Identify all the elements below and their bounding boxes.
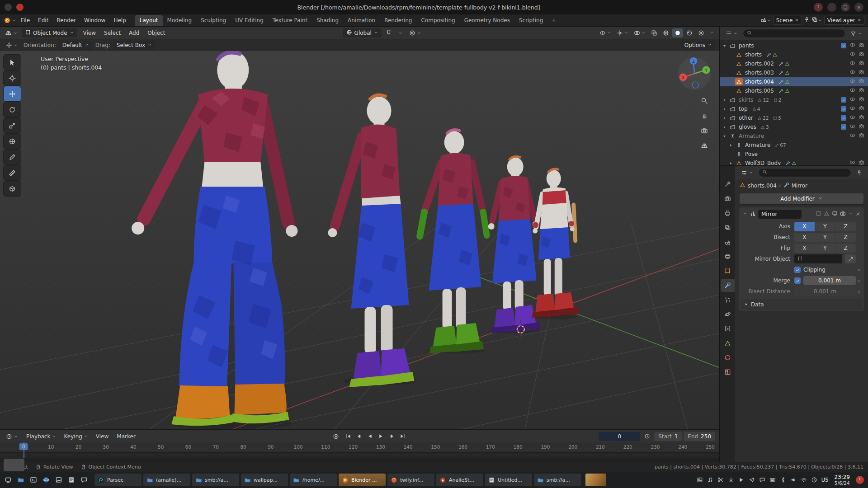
properties-tab-scene[interactable] (721, 235, 735, 249)
timeline-scrollbar[interactable] (0, 458, 719, 462)
keyboard-layout-indicator[interactable]: US (821, 477, 829, 483)
hide-in-viewport-icon[interactable] (849, 87, 855, 94)
proportional-editing-toggle[interactable] (407, 28, 424, 38)
hide-in-viewport-icon[interactable] (849, 132, 855, 140)
outliner-row-wolf3d-body[interactable]: Wolf3D_Body (720, 159, 868, 165)
timeline-editor-dropdown[interactable] (4, 432, 20, 441)
tool-select-box-button[interactable] (4, 55, 21, 70)
viewlayer-icon[interactable] (811, 16, 818, 23)
scene-browse-button[interactable] (760, 16, 771, 24)
tray-network-icon[interactable] (801, 477, 807, 483)
breadcrumb-modifier[interactable]: Mirror (792, 183, 807, 189)
breadcrumb-object[interactable]: shorts.004 (748, 183, 777, 189)
expander-icon[interactable] (722, 107, 727, 111)
quick-launch-image-viewer[interactable] (53, 474, 65, 486)
hide-in-viewport-icon[interactable] (849, 60, 855, 67)
disable-in-render-icon[interactable] (859, 105, 864, 113)
viewport-canvas[interactable]: User Perspective (0) pants | shorts.004 (0, 51, 719, 429)
tool-annotate-button[interactable] (4, 150, 21, 164)
tray-download-icon[interactable] (728, 477, 734, 483)
shading-dropdown[interactable] (708, 29, 716, 36)
properties-tab-view-layer[interactable] (721, 221, 735, 234)
task-button-1[interactable]: (amalie)... (143, 474, 190, 486)
workspace-tab-layout[interactable]: Layout (135, 15, 163, 26)
show-object-types-dropdown[interactable] (597, 28, 613, 38)
minimize-button[interactable]: – (827, 3, 836, 12)
axis-z-button[interactable]: Z (835, 222, 856, 231)
skip-end-button[interactable] (397, 432, 408, 441)
pan-hand-button[interactable] (701, 112, 708, 121)
clock[interactable]: 23:29 5/6/24 (834, 474, 850, 486)
tray-scissors-icon[interactable] (717, 477, 724, 483)
expander-icon[interactable] (728, 161, 734, 165)
current-frame-field[interactable]: 0 (599, 432, 640, 441)
key-prev-button[interactable] (354, 432, 364, 441)
properties-tab-object[interactable] (721, 264, 735, 277)
toggle-realtime-icon[interactable] (832, 211, 838, 218)
disable-in-render-icon[interactable] (859, 42, 864, 49)
mode-dropdown[interactable]: Object Mode (22, 28, 77, 38)
blender-menu-chevron-icon[interactable] (12, 18, 16, 23)
hide-in-viewport-icon[interactable] (849, 78, 855, 85)
outliner-editor-dropdown[interactable] (723, 29, 740, 38)
properties-search-input[interactable] (758, 168, 851, 177)
tray-keyboard-icon[interactable] (769, 477, 776, 483)
toggle-xray-button[interactable] (649, 28, 660, 38)
disable-in-render-icon[interactable] (859, 60, 864, 67)
quick-launch-chat[interactable] (78, 474, 90, 486)
timeline-menu-view[interactable]: View (92, 432, 113, 441)
viewport-menu-add[interactable]: Add (125, 28, 143, 38)
panel-expand-icon[interactable] (742, 211, 747, 217)
properties-tab-modifiers[interactable] (721, 279, 735, 292)
tool-transform-button[interactable] (4, 134, 21, 149)
properties-editor-dropdown[interactable] (739, 168, 755, 177)
tray-play-icon[interactable] (738, 477, 745, 483)
viewport-menu-view[interactable]: View (79, 28, 100, 38)
axis-y-button[interactable]: Y (815, 222, 836, 231)
workspace-tab-compositing[interactable]: Compositing (416, 15, 459, 26)
tray-volume-icon[interactable] (790, 477, 797, 483)
transform-orientation-dropdown[interactable]: Global (343, 28, 382, 38)
disable-in-render-icon[interactable] (859, 87, 864, 94)
disable-in-render-icon[interactable] (859, 114, 864, 122)
pin-scene-icon[interactable] (804, 17, 810, 23)
tool-move-button[interactable] (4, 86, 21, 101)
hide-in-viewport-icon[interactable] (849, 114, 855, 122)
properties-tab-data[interactable] (721, 337, 735, 350)
tray-music-icon[interactable] (707, 477, 713, 483)
modifier-extras-dropdown[interactable] (848, 211, 853, 217)
toggle-on-cage-icon[interactable] (816, 211, 821, 218)
workspace-tab-shading[interactable]: Shading (312, 15, 343, 26)
quick-launch-browser[interactable] (40, 474, 52, 486)
window-menu-icon[interactable] (5, 4, 12, 11)
unlink-scene-icon[interactable]: ✕ (795, 18, 798, 23)
flip-z-button[interactable]: Z (835, 244, 856, 253)
play-button[interactable] (376, 432, 386, 441)
disable-in-render-icon[interactable] (859, 96, 864, 103)
outliner-row-shorts[interactable]: shorts (720, 50, 868, 59)
hide-in-viewport-icon[interactable] (849, 42, 855, 49)
menu-render[interactable]: Render (52, 15, 80, 25)
mirror-object-field[interactable] (794, 254, 842, 263)
workspace-tab-animation[interactable]: Animation (343, 15, 380, 26)
task-button-2[interactable]: smb://a... (192, 474, 239, 486)
tool-add-cube-button[interactable] (4, 181, 21, 196)
active-tool-icon[interactable] (4, 41, 20, 50)
outliner-row-shorts-005[interactable]: shorts.005 (720, 86, 868, 95)
workspace-tab-rendering[interactable]: Rendering (380, 15, 416, 26)
blender-logo-menu[interactable] (4, 17, 16, 24)
disable-in-render-icon[interactable] (859, 132, 864, 140)
viewport-menu-object[interactable]: Object (143, 28, 169, 38)
task-button-9[interactable]: smb://a... (534, 474, 581, 486)
maximize-button[interactable]: ❏ (841, 3, 850, 12)
hide-in-viewport-icon[interactable] (849, 160, 855, 165)
eyedropper-button[interactable] (845, 254, 856, 263)
viewlayer-selector[interactable]: ViewLayer ✕ (824, 16, 864, 25)
workspace-tab-modeling[interactable]: Modeling (163, 15, 197, 26)
expander-icon[interactable] (722, 116, 727, 120)
task-button-5[interactable]: Blender ... (339, 474, 386, 486)
properties-tab-constraints[interactable] (721, 322, 735, 335)
outliner-row-armature[interactable]: Armature (720, 131, 868, 141)
toggle-perspective-button[interactable] (701, 142, 708, 150)
task-button-0[interactable]: Parsec (94, 474, 142, 486)
